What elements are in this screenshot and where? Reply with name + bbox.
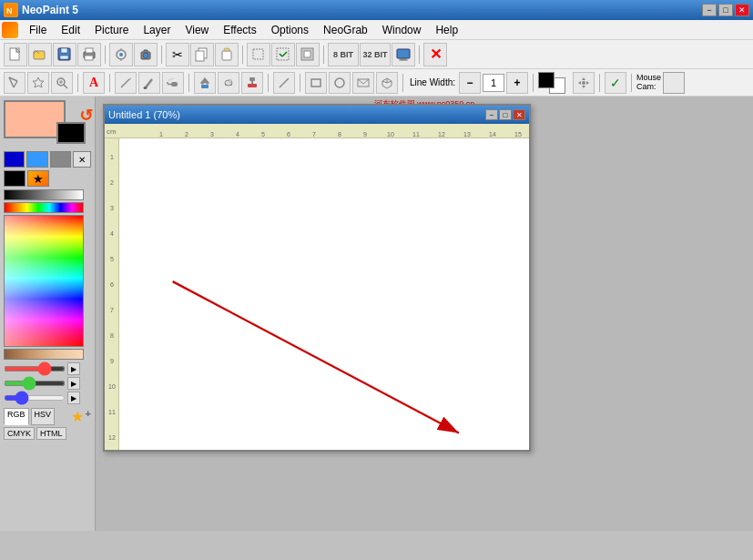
- color-spectrum[interactable]: [4, 215, 84, 347]
- zoom-tool[interactable]: [51, 72, 73, 94]
- open-button[interactable]: [28, 43, 52, 66]
- fill-tool[interactable]: [194, 72, 216, 94]
- line-width-increase[interactable]: +: [506, 72, 528, 94]
- select-tool[interactable]: [4, 72, 25, 94]
- sep-t3: [188, 74, 189, 92]
- sheep-tool[interactable]: [218, 72, 239, 94]
- ruler-mark-13: 13: [454, 131, 480, 137]
- menu-effects[interactable]: Effects: [216, 22, 263, 38]
- add-color-btn[interactable]: +: [86, 408, 91, 425]
- tab-cmyk[interactable]: CMYK: [4, 427, 35, 440]
- cube-tool[interactable]: [376, 72, 398, 94]
- invert-select-button[interactable]: [296, 43, 320, 66]
- text-tool[interactable]: A: [83, 72, 105, 94]
- swatch-blue[interactable]: [4, 151, 25, 168]
- canvas-body: 1 2 3 4 5 6 7 8 9 10 11 12: [105, 138, 529, 450]
- canvas-content[interactable]: [119, 138, 529, 450]
- line-width-decrease[interactable]: −: [459, 72, 481, 94]
- menu-view[interactable]: View: [178, 22, 216, 38]
- tab-rgb[interactable]: RGB: [4, 408, 29, 425]
- tab-html[interactable]: HTML: [36, 427, 66, 440]
- tb-monitor[interactable]: [392, 43, 415, 66]
- delete-button[interactable]: ✕: [423, 43, 447, 66]
- svg-rect-18: [196, 51, 204, 61]
- svg-line-64: [387, 81, 392, 83]
- red-slider[interactable]: [4, 366, 66, 372]
- svg-line-39: [121, 79, 129, 87]
- black-swatch[interactable]: [4, 170, 25, 187]
- app-title: NeoPaint 5: [22, 4, 78, 16]
- stamp-tool[interactable]: [241, 72, 263, 94]
- blue-slider-icon[interactable]: ▶: [67, 392, 80, 404]
- swatch-lightblue[interactable]: [26, 151, 47, 168]
- blue-slider[interactable]: [4, 395, 66, 401]
- svg-point-46: [169, 79, 170, 80]
- envelope-tool[interactable]: [352, 72, 374, 94]
- svg-line-58: [280, 78, 289, 87]
- star-swatch[interactable]: ★: [27, 170, 49, 187]
- menu-file[interactable]: File: [22, 22, 54, 38]
- toolbar-2: A Line Width: − 1 +: [0, 69, 753, 97]
- grayscale-bar[interactable]: [4, 189, 84, 200]
- brush-tool[interactable]: [138, 72, 160, 94]
- tb-32bit[interactable]: 32 BIT: [360, 43, 391, 66]
- menu-options[interactable]: Options: [264, 22, 316, 38]
- circle-tool[interactable]: [329, 72, 351, 94]
- ruler-mark-11: 11: [403, 131, 429, 137]
- green-slider-icon[interactable]: ▶: [67, 377, 80, 390]
- red-slider-icon[interactable]: ▶: [67, 362, 80, 375]
- vmark-2: 2: [105, 169, 118, 195]
- close-button[interactable]: ✕: [735, 4, 749, 16]
- rect-tool[interactable]: [305, 72, 327, 94]
- airbrush-tool[interactable]: [162, 72, 184, 94]
- ruler-mark-1: 1: [148, 131, 174, 137]
- menu-neograb[interactable]: NeoGrab: [316, 22, 375, 38]
- new-button[interactable]: [4, 43, 27, 66]
- svg-text:N: N: [6, 6, 13, 15]
- tb-btn-5[interactable]: [109, 43, 133, 66]
- tab-hsv[interactable]: HSV: [31, 408, 56, 425]
- bg-color-preview[interactable]: [56, 122, 86, 144]
- svg-rect-59: [311, 79, 321, 87]
- swatch-remove[interactable]: ✕: [73, 151, 91, 168]
- swap-colors-icon[interactable]: ↺: [79, 107, 93, 124]
- save-button[interactable]: [53, 43, 76, 66]
- ruler-mark-10: 10: [378, 131, 403, 137]
- tb-8bit[interactable]: 8 BIT: [328, 43, 359, 66]
- svg-rect-10: [85, 56, 93, 60]
- cut-button[interactable]: ✂: [166, 43, 189, 66]
- svg-line-25: [282, 52, 287, 56]
- swatch-gray[interactable]: [50, 151, 71, 168]
- canvas-minimize[interactable]: −: [485, 109, 498, 120]
- skin-tone-bar[interactable]: [4, 349, 84, 360]
- vmark-1: 1: [105, 144, 118, 169]
- paste-button[interactable]: [215, 43, 239, 66]
- vmark-8: 8: [105, 322, 118, 348]
- sep-4: [323, 46, 324, 64]
- magic-select-tool[interactable]: [27, 72, 49, 94]
- maximize-button[interactable]: □: [718, 4, 733, 16]
- tb-btn-6[interactable]: [134, 43, 158, 66]
- menu-layer[interactable]: Layer: [136, 22, 178, 38]
- menu-help[interactable]: Help: [428, 22, 465, 38]
- title-bar-controls: − □ ✕: [702, 4, 749, 16]
- line-tool[interactable]: [273, 72, 295, 94]
- print-button[interactable]: [77, 43, 101, 66]
- select-all-button[interactable]: [271, 43, 295, 66]
- red-slider-row: ▶: [4, 362, 91, 375]
- move-tool[interactable]: [573, 72, 595, 94]
- green-slider[interactable]: [4, 381, 66, 386]
- canvas-close[interactable]: ✕: [513, 109, 525, 120]
- pencil-tool[interactable]: [115, 72, 137, 94]
- menu-edit[interactable]: Edit: [54, 22, 87, 38]
- select-rect-button[interactable]: [247, 43, 270, 66]
- menu-window[interactable]: Window: [375, 22, 429, 38]
- minimize-button[interactable]: −: [702, 4, 717, 16]
- snap-button[interactable]: ✓: [605, 72, 626, 94]
- copy-button[interactable]: [190, 43, 214, 66]
- favorites-star[interactable]: ★: [71, 408, 84, 425]
- menu-picture[interactable]: Picture: [87, 22, 136, 38]
- rainbow-bar[interactable]: [4, 202, 84, 213]
- fg-color-swatch[interactable]: [538, 72, 555, 88]
- canvas-maximize[interactable]: □: [499, 109, 512, 120]
